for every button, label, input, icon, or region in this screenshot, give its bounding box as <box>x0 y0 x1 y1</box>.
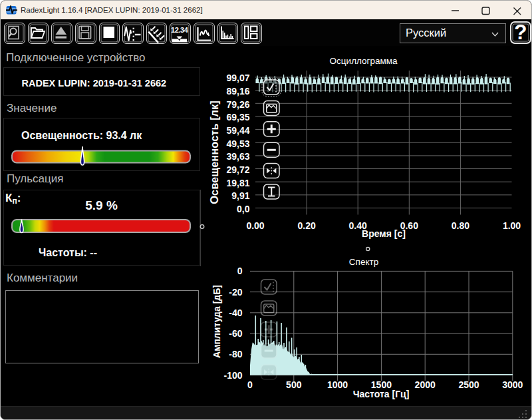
svg-text:0: 0 <box>237 266 243 276</box>
svg-text:Амплитуда [дБ]: Амплитуда [дБ] <box>211 285 222 358</box>
svg-text:89,16: 89,16 <box>226 86 249 97</box>
svg-text:Спектр: Спектр <box>349 257 378 267</box>
svg-text:9,91: 9,91 <box>231 190 249 201</box>
svg-text:79,26: 79,26 <box>226 99 249 110</box>
svg-text:1000: 1000 <box>327 379 348 390</box>
svg-text:99,07: 99,07 <box>226 73 249 83</box>
svg-text:0: 0 <box>247 379 253 390</box>
svg-text:49,53: 49,53 <box>226 138 249 149</box>
svg-text:0.00: 0.00 <box>246 220 264 231</box>
svg-text:500: 500 <box>286 379 302 390</box>
svg-text:-80: -80 <box>229 349 242 359</box>
svg-text:19,81: 19,81 <box>226 178 249 188</box>
svg-text:3000: 3000 <box>502 379 523 390</box>
svg-text:Время [с]: Время [с] <box>362 228 406 239</box>
svg-text:0.20: 0.20 <box>297 220 315 231</box>
svg-text:0.80: 0.80 <box>452 220 469 231</box>
svg-text:Освещенность [лк]: Освещенность [лк] <box>208 101 220 204</box>
svg-text:Осциллограмма: Осциллограмма <box>330 56 398 66</box>
svg-text:59,44: 59,44 <box>226 125 249 136</box>
svg-text:-20: -20 <box>229 287 242 298</box>
svg-text:2000: 2000 <box>415 379 436 390</box>
svg-text:-60: -60 <box>229 328 242 339</box>
svg-text:1.00: 1.00 <box>503 220 521 231</box>
svg-text:39,63: 39,63 <box>226 151 249 162</box>
svg-text:12.34: 12.34 <box>171 26 189 34</box>
svg-text:2500: 2500 <box>458 379 479 390</box>
svg-text:-40: -40 <box>229 308 242 318</box>
svg-text:69,35: 69,35 <box>226 112 249 122</box>
svg-text:29,72: 29,72 <box>226 164 249 175</box>
svg-text:Частота [Гц]: Частота [Гц] <box>353 389 410 399</box>
svg-text:-100: -100 <box>223 370 242 381</box>
svg-text:0,0: 0,0 <box>237 204 250 214</box>
